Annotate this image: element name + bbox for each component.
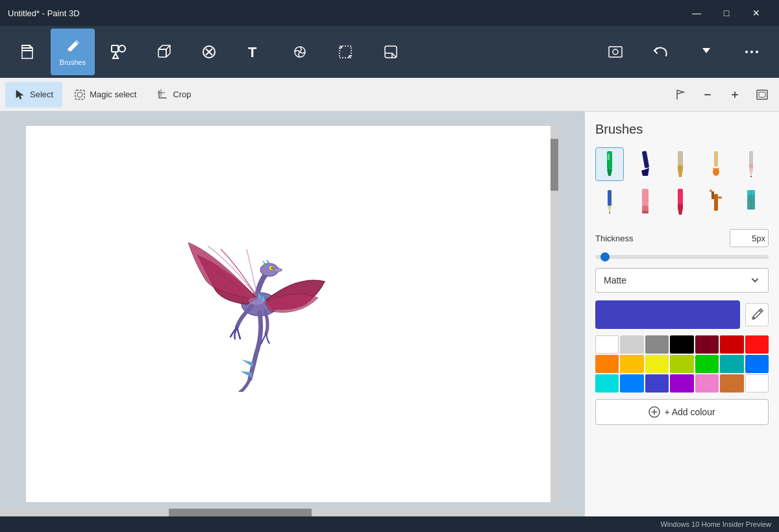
brush-watercolor[interactable] xyxy=(702,147,730,181)
color-cell[interactable] xyxy=(645,374,669,393)
horizontal-scrollbar[interactable] xyxy=(0,509,576,516)
color-swatch-row xyxy=(595,300,769,329)
flag-button[interactable] xyxy=(669,83,692,106)
minimize-button[interactable]: — xyxy=(682,0,711,26)
color-cell[interactable] xyxy=(670,374,693,393)
crop-label: Crop xyxy=(173,90,191,99)
vertical-scrollbar-thumb[interactable] xyxy=(550,139,558,191)
canvas[interactable] xyxy=(26,126,558,502)
svg-rect-50 xyxy=(642,211,649,213)
brush-crayon[interactable] xyxy=(666,185,695,219)
zoom-out-button[interactable] xyxy=(696,83,719,106)
vertical-scrollbar[interactable] xyxy=(550,126,558,502)
color-cell[interactable] xyxy=(695,355,719,373)
select-button[interactable]: Select xyxy=(5,82,62,108)
color-cell[interactable] xyxy=(695,374,719,393)
crop-icon xyxy=(157,89,169,101)
thickness-value[interactable]: 5px xyxy=(730,229,769,247)
svg-point-30 xyxy=(249,297,264,305)
canvas-area[interactable] xyxy=(0,112,584,516)
file-menu-button[interactable] xyxy=(5,29,49,75)
add-color-button[interactable]: + Add colour xyxy=(595,399,769,425)
zoom-in-button[interactable] xyxy=(723,83,747,106)
color-cell[interactable] xyxy=(720,335,743,354)
svg-point-20 xyxy=(77,92,82,97)
color-palette xyxy=(595,335,769,393)
texture-dropdown[interactable]: Matte xyxy=(595,268,769,293)
stickers-button[interactable] xyxy=(369,29,413,75)
minus-icon xyxy=(702,89,713,101)
brushes-icon xyxy=(64,38,82,56)
color-cell[interactable] xyxy=(620,374,643,393)
color-cell[interactable] xyxy=(645,335,669,354)
brush-spray[interactable] xyxy=(702,185,730,219)
color-cell[interactable] xyxy=(620,335,643,354)
shapes3d-button[interactable] xyxy=(142,29,186,75)
canvas-settings-icon xyxy=(606,43,624,61)
color-cell[interactable] xyxy=(645,355,669,373)
svg-point-56 xyxy=(710,189,712,192)
undo-button[interactable] xyxy=(639,29,683,75)
fit-canvas-icon xyxy=(756,89,769,101)
shapes2d-button[interactable] xyxy=(96,29,140,75)
thickness-slider-thumb[interactable] xyxy=(600,252,610,261)
color-cell[interactable] xyxy=(595,374,619,393)
crop-canvas-button[interactable] xyxy=(323,29,367,75)
svg-point-3 xyxy=(68,51,70,53)
effects-icon xyxy=(291,43,309,61)
eyedropper-button[interactable] xyxy=(745,303,769,326)
text-icon: T xyxy=(245,43,264,61)
brush-colored-pencil[interactable] xyxy=(595,185,624,219)
select-cursor-icon xyxy=(14,89,26,101)
maximize-button[interactable]: □ xyxy=(711,0,741,26)
color-cell[interactable] xyxy=(720,355,743,373)
color-cell[interactable] xyxy=(720,374,743,393)
color-cell[interactable] xyxy=(595,335,619,354)
color-cell[interactable] xyxy=(620,355,643,373)
brush-pencil[interactable] xyxy=(737,147,765,181)
svg-text:T: T xyxy=(248,44,257,60)
dropdown-button[interactable] xyxy=(684,29,728,75)
color-cell[interactable] xyxy=(745,335,769,354)
fit-canvas-button[interactable] xyxy=(750,83,774,106)
canvas-settings-button[interactable] xyxy=(593,29,637,75)
thickness-label: Thickness xyxy=(595,234,724,243)
color-cell[interactable] xyxy=(595,355,619,373)
horizontal-scrollbar-thumb[interactable] xyxy=(169,509,312,516)
thickness-slider[interactable] xyxy=(595,255,769,259)
svg-marker-6 xyxy=(113,53,118,58)
svg-rect-49 xyxy=(642,206,649,211)
select-label: Select xyxy=(30,90,53,99)
eyedropper-icon xyxy=(750,308,763,321)
svg-rect-21 xyxy=(704,94,711,95)
subtoolbar-right xyxy=(669,83,774,106)
svg-marker-32 xyxy=(607,169,612,176)
magic-select-button[interactable]: Magic select xyxy=(65,82,145,108)
effects-button[interactable] xyxy=(278,29,322,75)
text-button[interactable]: T xyxy=(232,29,277,75)
brush-pixel[interactable] xyxy=(737,185,765,219)
svg-rect-13 xyxy=(609,47,622,57)
stickers-icon xyxy=(382,43,400,61)
current-color-swatch[interactable] xyxy=(595,300,740,329)
color-cell[interactable] xyxy=(745,355,769,373)
color-cell[interactable] xyxy=(670,335,693,354)
magic-select-icon xyxy=(74,89,86,101)
color-cell[interactable] xyxy=(695,335,719,354)
toolbar-right xyxy=(593,29,774,75)
crop-button[interactable]: Crop xyxy=(148,82,200,108)
brush-oil[interactable] xyxy=(666,147,695,181)
brushes-tool-button[interactable]: Brushes xyxy=(51,29,95,75)
brush-marker[interactable] xyxy=(595,147,624,181)
brush-highlighter[interactable] xyxy=(631,185,660,219)
erase-button[interactable] xyxy=(187,29,231,75)
brush-calligraphy[interactable] xyxy=(631,147,660,181)
svg-rect-37 xyxy=(678,165,683,169)
window-controls: — □ ✕ xyxy=(682,0,771,26)
more-options-button[interactable] xyxy=(730,29,774,75)
color-cell[interactable] xyxy=(670,355,693,373)
dragon-image xyxy=(162,197,344,392)
color-cell[interactable] xyxy=(745,374,769,393)
bottombar: Windows 10 Home Insider Preview xyxy=(0,516,779,532)
close-button[interactable]: ✕ xyxy=(741,0,771,26)
